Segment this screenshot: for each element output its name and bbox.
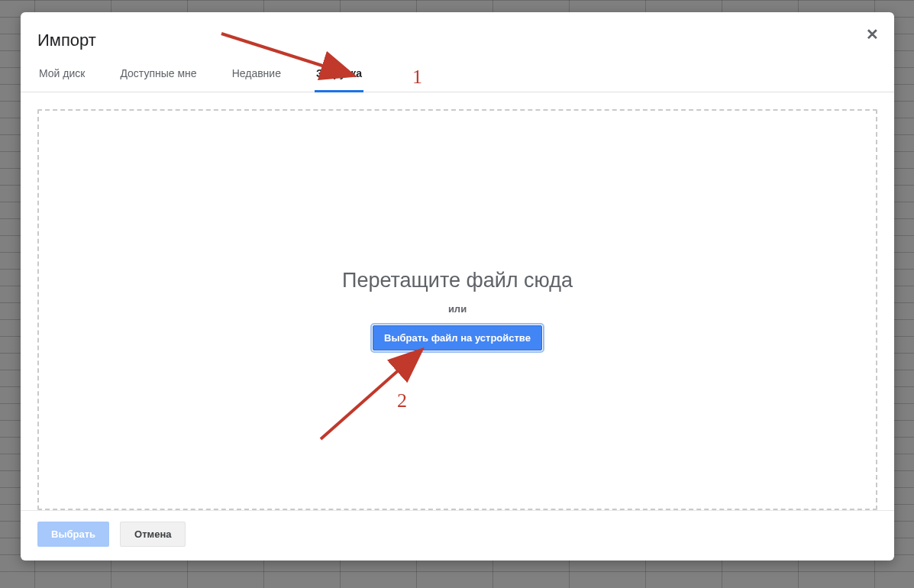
cancel-button[interactable]: Отмена: [120, 522, 186, 547]
upload-dropzone[interactable]: Перетащите файл сюда или Выбрать файл на…: [37, 109, 877, 510]
tab-my-drive[interactable]: Мой диск: [37, 67, 86, 92]
tab-recent[interactable]: Недавние: [231, 67, 283, 92]
tab-shared-with-me[interactable]: Доступные мне: [118, 67, 198, 92]
tab-bar: Мой диск Доступные мне Недавние Загрузка: [21, 67, 894, 92]
dialog-title: Импорт: [37, 31, 877, 50]
dialog-body: Перетащите файл сюда или Выбрать файл на…: [21, 92, 894, 510]
select-file-on-device-button[interactable]: Выбрать файл на устройстве: [373, 325, 542, 351]
dropzone-title: Перетащите файл сюда: [342, 269, 573, 292]
close-button[interactable]: ✕: [861, 23, 883, 46]
dialog-footer: Выбрать Отмена: [21, 510, 894, 561]
close-icon: ✕: [866, 26, 879, 43]
select-button[interactable]: Выбрать: [37, 522, 109, 547]
import-dialog: Импорт ✕ Мой диск Доступные мне Недавние…: [21, 12, 894, 561]
dropzone-or-text: или: [448, 303, 467, 315]
tab-upload[interactable]: Загрузка: [315, 67, 363, 92]
dialog-header: Импорт ✕: [21, 12, 894, 67]
